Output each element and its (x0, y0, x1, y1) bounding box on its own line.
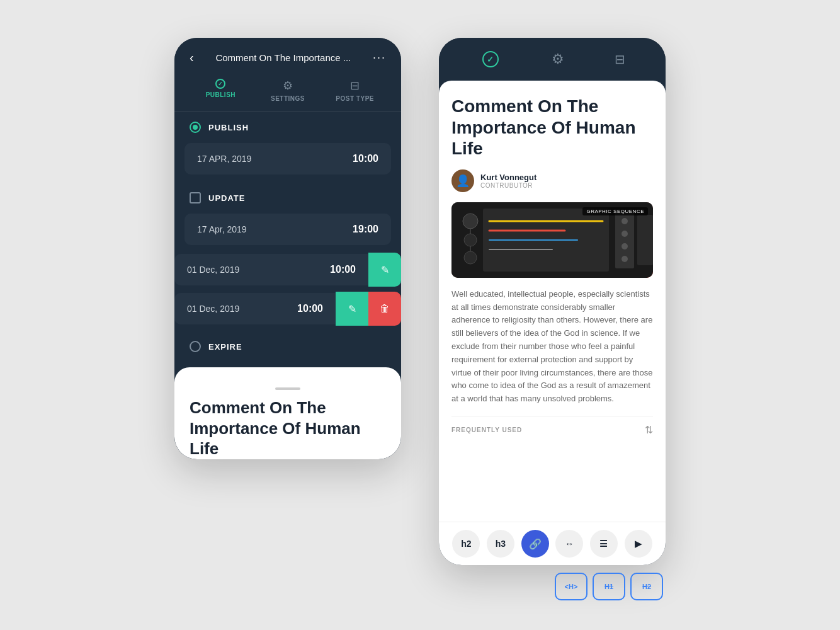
extra-buttons-row: <H> H1 H2 (555, 573, 666, 600)
article-title: Comment On The Importance Of Human Life (451, 96, 653, 159)
svg-point-14 (621, 231, 628, 237)
publish-circle-icon (190, 122, 201, 133)
check-header-btn[interactable]: ✓ (479, 48, 502, 71)
h-tag-button[interactable]: <H> (555, 573, 587, 600)
svg-point-16 (621, 256, 628, 262)
check-circle-icon: ✓ (482, 51, 499, 67)
tabs-row: PUBLISH ⚙ SETTINGS ⊟ POST TYPE (174, 72, 401, 112)
media-icon: ▶ (635, 539, 642, 549)
publish-section-row: PUBLISH (174, 112, 401, 143)
image-overlay-label: GRAPHIC SEQUENCE (582, 207, 648, 215)
media-header-icon[interactable]: ⊟ (615, 52, 625, 67)
h3-label: h3 (496, 539, 506, 549)
scroll-indicator (275, 387, 300, 390)
settings-icon: ⚙ (283, 79, 293, 93)
trash-icon: 🗑 (380, 303, 390, 314)
swipe-row-2: 01 Dec, 2019 10:00 ✎ 🗑 (174, 292, 401, 326)
author-row: 👤 Kurt Vonnegut CONTRUBUTOR (451, 169, 653, 192)
swipe-actions-2: ✎ 🗑 (336, 292, 401, 326)
right-phone: ✓ ⚙ ⊟ Comment On The Importance Of Human… (439, 38, 666, 565)
more-button[interactable]: ··· (373, 51, 386, 64)
link-button[interactable]: 🔗 (521, 530, 549, 558)
swipe-row-1-main[interactable]: 01 Dec, 2019 10:00 (174, 254, 368, 285)
article-content: Comment On The Importance Of Human Life … (439, 81, 666, 522)
publish-time: 10:00 (353, 153, 378, 164)
expire-circle-icon (190, 341, 201, 352)
right-phone-header: ✓ ⚙ ⊟ (439, 38, 666, 81)
svg-point-1 (463, 214, 478, 229)
swipe-edit-button-2[interactable]: ✎ (336, 292, 368, 326)
bottom-preview-card: Comment On The Importance Of Human Life (174, 367, 401, 459)
svg-point-13 (621, 218, 628, 224)
edit-icon-2: ✎ (348, 303, 356, 315)
h2-tag-button[interactable]: H2 (630, 573, 663, 600)
update-label: UPDATE (208, 193, 245, 203)
svg-point-15 (621, 243, 628, 249)
swipe-row-1: 01 Dec, 2019 10:00 ✎ (174, 253, 401, 287)
h2-button[interactable]: h2 (452, 530, 480, 558)
post-type-icon: ⊟ (350, 79, 360, 93)
author-info: Kurt Vonnegut CONTRUBUTOR (480, 173, 536, 189)
swipe-row-2-main[interactable]: 01 Dec, 2019 10:00 (174, 293, 336, 324)
frequently-used-label: FREQUENTLY USED (451, 427, 522, 433)
update-date: 17 Apr, 2019 (197, 224, 247, 234)
edit-icon-1: ✎ (381, 264, 389, 276)
right-phone-area: ✓ ⚙ ⊟ Comment On The Importance Of Human… (439, 38, 666, 600)
article-image: GRAPHIC SEQUENCE (451, 202, 653, 278)
left-phone: ‹ Comment On The Importance ... ··· PUBL… (174, 38, 401, 459)
update-date-row[interactable]: 17 Apr, 2019 19:00 (184, 214, 391, 245)
tab-publish-label: PUBLISH (206, 91, 236, 98)
tab-post-type-label: POST TYPE (336, 95, 374, 102)
swipe-edit-button-1[interactable]: ✎ (368, 253, 401, 287)
sort-icon[interactable]: ⇅ (645, 424, 653, 436)
update-checkbox-icon[interactable] (190, 192, 201, 203)
back-button[interactable]: ‹ (190, 50, 194, 65)
list-icon: ☰ (599, 539, 608, 549)
left-content: PUBLISH 17 APR, 2019 10:00 UPDATE 17 Apr… (174, 112, 401, 459)
media-button[interactable]: ▶ (625, 530, 652, 558)
tab-publish[interactable]: PUBLISH (187, 72, 254, 111)
h3-button[interactable]: h3 (487, 530, 514, 558)
h2-label: h2 (461, 539, 471, 549)
update-time: 19:00 (353, 224, 378, 235)
publish-date: 17 APR, 2019 (197, 154, 251, 164)
author-name: Kurt Vonnegut (480, 173, 536, 182)
svg-point-2 (464, 234, 477, 246)
swipe-row-1-time: 10:00 (330, 264, 356, 275)
h1-tag-label: H1 (604, 583, 613, 590)
resize-icon: ↔ (565, 539, 574, 549)
swipe-row-1-date: 01 Dec, 2019 (187, 265, 239, 275)
update-section-row: UPDATE (174, 182, 401, 214)
h2-tag-label: H2 (642, 583, 651, 590)
bottom-toolbar: h2 h3 🔗 ↔ ☰ ▶ (439, 522, 666, 565)
page-wrapper: ‹ Comment On The Importance ... ··· PUBL… (0, 0, 840, 630)
frequently-used-row: FREQUENTLY USED ⇅ (451, 416, 653, 436)
h1-tag-button[interactable]: H1 (593, 573, 625, 600)
svg-rect-12 (637, 215, 653, 265)
swipe-row-2-date: 01 Dec, 2019 (187, 304, 239, 314)
svg-point-3 (464, 251, 477, 264)
tab-post-type[interactable]: ⊟ POST TYPE (321, 72, 389, 111)
article-body: Well educated, intellectual people, espe… (451, 288, 653, 406)
tab-settings[interactable]: ⚙ SETTINGS (254, 72, 322, 111)
left-phone-header: ‹ Comment On The Importance ... ··· (174, 38, 401, 72)
publish-check-icon (215, 79, 225, 89)
tab-settings-label: SETTINGS (271, 95, 305, 102)
h-tag-label: <H> (565, 583, 578, 590)
resize-button[interactable]: ↔ (555, 530, 583, 558)
expire-label: EXPIRE (208, 342, 242, 352)
expire-section-row: EXPIRE (174, 331, 401, 362)
publish-date-row[interactable]: 17 APR, 2019 10:00 (184, 143, 391, 175)
bottom-card-title: Comment On The Importance Of Human Life (190, 398, 361, 458)
swipe-row-2-time: 10:00 (297, 303, 323, 314)
settings-header-icon[interactable]: ⚙ (552, 51, 564, 67)
left-phone-container: ‹ Comment On The Importance ... ··· PUBL… (174, 38, 401, 459)
author-role: CONTRUBUTOR (480, 182, 536, 189)
link-icon: 🔗 (529, 538, 542, 550)
publish-label: PUBLISH (208, 123, 249, 132)
swipe-delete-button[interactable]: 🗑 (368, 292, 401, 326)
author-avatar: 👤 (451, 169, 474, 192)
phone-title: Comment On The Importance ... (194, 52, 373, 63)
list-button[interactable]: ☰ (590, 530, 618, 558)
